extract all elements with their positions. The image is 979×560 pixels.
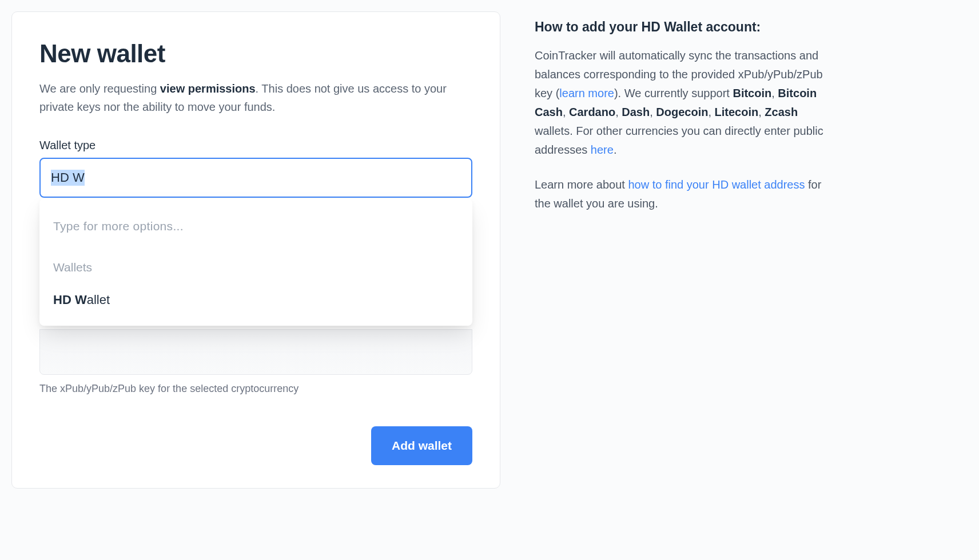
sep: , — [563, 106, 569, 118]
wallet-type-label: Wallet type — [39, 139, 472, 152]
help-sidebar: How to add your HD Wallet account: CoinT… — [535, 11, 835, 489]
add-wallet-button[interactable]: Add wallet — [371, 426, 472, 465]
learn-more-link[interactable]: learn more — [559, 87, 614, 99]
help-p1-c: wallets. For other currencies you can di… — [535, 125, 823, 156]
coin-cardano: Cardano — [569, 106, 615, 118]
option-match: HD W — [53, 293, 87, 307]
help-p2-a: Learn more about — [535, 178, 628, 191]
coin-zcash: Zcash — [765, 106, 798, 118]
wallet-type-combobox: HD W Type for more options... Wallets HD… — [39, 158, 472, 198]
help-p1-b: ). We currently support — [614, 87, 733, 99]
pubkey-helper-text: The xPub/yPub/zPub key for the selected … — [39, 383, 472, 395]
coin-litecoin: Litecoin — [715, 106, 759, 118]
coin-dash: Dash — [622, 106, 650, 118]
permission-note-strong: view permissions — [160, 82, 256, 95]
wallet-type-dropdown: Type for more options... Wallets HD Wall… — [39, 199, 472, 326]
sep: , — [708, 106, 714, 118]
dropdown-group-wallets: Wallets — [39, 251, 472, 280]
dropdown-option-hd-wallet[interactable]: HD Wallet — [39, 280, 472, 313]
find-hd-wallet-address-link[interactable]: how to find your HD wallet address — [628, 178, 805, 191]
dropdown-hint: Type for more options... — [39, 209, 472, 251]
help-paragraph-2: Learn more about how to find your HD wal… — [535, 175, 835, 213]
new-wallet-card: New wallet We are only requesting view p… — [11, 11, 500, 489]
option-rest: allet — [87, 293, 110, 307]
public-addresses-here-link[interactable]: here — [591, 143, 614, 156]
sep: , — [650, 106, 656, 118]
permission-note-pre: We are only requesting — [39, 82, 160, 95]
coin-bitcoin: Bitcoin — [733, 87, 771, 99]
sep: , — [771, 87, 778, 99]
help-paragraph-1: CoinTracker will automatically sync the … — [535, 46, 835, 159]
permission-note: We are only requesting view permissions.… — [39, 79, 472, 116]
help-p1-d: . — [614, 143, 617, 156]
sep: , — [615, 106, 622, 118]
page-title: New wallet — [39, 39, 472, 68]
sep: , — [758, 106, 765, 118]
coin-dogecoin: Dogecoin — [656, 106, 708, 118]
wallet-type-input-text: HD W — [51, 170, 85, 186]
pubkey-input[interactable] — [39, 329, 472, 375]
actions-row: Add wallet — [39, 426, 472, 465]
help-title: How to add your HD Wallet account: — [535, 19, 835, 35]
wallet-type-input[interactable]: HD W — [39, 158, 472, 198]
